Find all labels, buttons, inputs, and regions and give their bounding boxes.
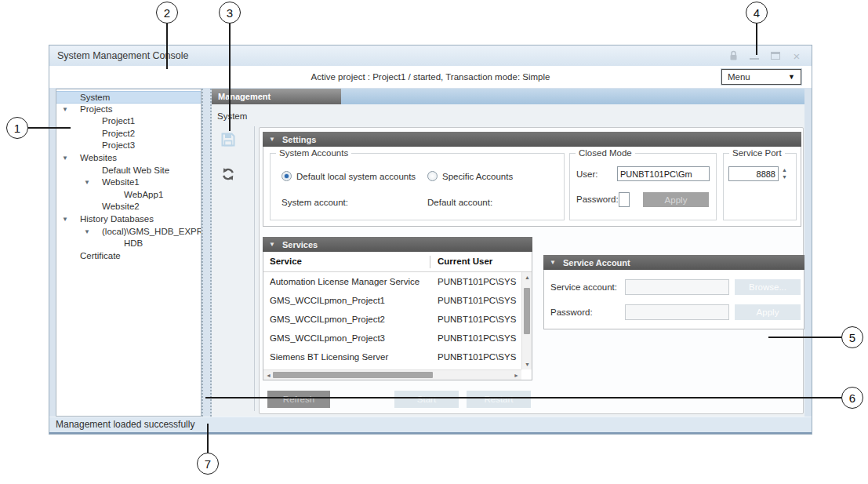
tree-item[interactable]: Default Web Site [56,165,201,177]
tree-item-label: WebApp1 [124,190,163,199]
service-account-title: Service Account [563,258,630,267]
tab-management[interactable]: Management [212,89,341,104]
vertical-scrollbar[interactable]: ▲ ▼ [521,272,532,369]
close-button[interactable]: × [790,49,804,62]
title-bar[interactable]: System Management Console × [49,45,812,66]
tree-item-label: Website2 [102,202,140,211]
tree-item[interactable]: ▼Website1 [56,176,201,189]
tree-expand-icon[interactable]: ▼ [84,176,90,189]
project-status-bar: Active project : Project1 / started, Tra… [49,66,812,88]
service-account-password-input[interactable] [625,304,729,320]
tree-item[interactable]: ▼Websites [56,152,201,165]
service-account-apply-button[interactable]: Apply [735,304,801,320]
services-title: Services [282,240,318,249]
service-name-cell: GMS_WCCILpmon_Project1 [270,291,427,310]
tree-item-label: HDB [124,238,143,248]
closed-mode-password-input[interactable] [619,192,630,207]
callout-3: 3 [219,2,241,24]
tree-expand-icon[interactable]: ▼ [62,152,68,165]
start-button[interactable]: Start [394,391,459,408]
tree-expand-icon[interactable]: ▼ [62,213,68,226]
table-row[interactable]: GMS_WCCILpmon_Project3PUNBT101PC\SYS [263,329,521,348]
tree-item[interactable]: System [56,91,201,104]
window-body: System▼ProjectsProject1Project2Project3▼… [49,88,812,417]
window-title: System Management Console [49,50,188,61]
refresh-button[interactable]: Refresh [267,391,330,408]
tree-item[interactable]: Project2 [56,128,201,140]
restart-button[interactable]: Restart [467,391,531,408]
system-account-label: System account: [281,198,348,207]
maximize-button[interactable] [768,49,783,62]
horizontal-scroll-thumb[interactable] [273,372,433,378]
tree-item[interactable]: Website2 [56,201,201,213]
tree-item[interactable]: WebApp1 [56,189,201,202]
menu-dropdown[interactable]: Menu ▼ [721,69,801,85]
spinner-up-icon[interactable]: ▲ [782,167,787,173]
table-row[interactable]: GMS_WCCILpmon_Project2PUNBT101PC\SYS [263,310,521,329]
service-name-cell: GMS_WCCILpmon_Project2 [270,310,427,329]
tree-item[interactable]: ▼(local)\GMS_HDB_EXPRESS [56,226,201,238]
radio-unchecked-icon[interactable] [427,171,438,181]
service-port-spinner[interactable]: ▲ ▼ [782,167,787,180]
system-accounts-legend: System Accounts [276,148,351,158]
spinner-down-icon[interactable]: ▼ [782,174,787,180]
service-port-input[interactable] [728,166,779,181]
radio-default-accounts[interactable]: Default local system accounts [281,171,416,181]
settings-header[interactable]: ▼ Settings [263,132,801,147]
tree-item[interactable]: ▼Projects [56,104,201,116]
column-current-user[interactable]: Current User [438,257,492,266]
tree-item-label: Projects [80,104,113,114]
services-header[interactable]: ▼ Services [263,237,532,252]
scroll-up-icon[interactable]: ▲ [522,272,532,282]
settings-body: System Accounts Default local system acc… [263,147,801,227]
column-service[interactable]: Service [270,257,302,266]
horizontal-scrollbar[interactable]: ◄ ► [263,369,521,380]
screenshot-canvas: System Management Console × Active proje… [0,0,868,484]
tree-item[interactable]: HDB [56,238,201,250]
minimize-button[interactable] [747,49,761,62]
collapse-icon: ▼ [269,136,275,143]
scroll-down-icon[interactable]: ▼ [522,359,532,369]
tree-item[interactable]: Project1 [56,115,201,128]
browse-button[interactable]: Browse... [735,279,801,295]
services-section: ▼ Services Service Current User Automati… [263,237,532,380]
page-title: System [217,111,247,121]
closed-mode-user-input[interactable] [617,166,710,181]
table-row[interactable]: Automation License Manager ServicePUNBT1… [263,272,521,291]
system-panel: ▼ Settings System Accounts Default local… [259,127,804,414]
radio-checked-icon[interactable] [281,171,292,181]
tree-item-label: Project3 [102,140,135,150]
radio-specific-accounts[interactable]: Specific Accounts [427,171,513,181]
status-message: Management loaded successfully [49,417,812,432]
save-button[interactable] [219,130,238,149]
refresh-services-button[interactable] [219,165,238,184]
tree-splitter[interactable] [202,89,212,417]
service-account-body: Service account: Browse... Password: App… [543,270,804,329]
closed-mode-group: Closed Mode User: Password: Apply [569,153,717,220]
default-account-label: Default account: [427,198,492,207]
tree-item-label: Websites [80,153,117,162]
tree-expand-icon[interactable]: ▼ [84,226,90,238]
scroll-right-icon[interactable]: ► [511,370,521,380]
tree-item[interactable]: ▼History Databases [56,213,201,226]
tree-item[interactable]: Project3 [56,140,201,152]
tree-expand-icon[interactable]: ▼ [62,104,68,116]
tree-item-label: Default Web Site [102,166,169,175]
services-body: Service Current User Automation License … [263,252,532,380]
callout-line-4 [756,24,757,55]
current-user-cell: PUNBT101PC\SYS [438,310,521,329]
table-row[interactable]: Siemens BT Licensing ServerPUNBT101PC\SY… [263,348,521,366]
table-row[interactable]: GMS_WCCILpmon_Project1PUNBT101PC\SYS [263,291,521,310]
service-name-cell: GMS_WCCILpmon_Project3 [270,329,427,348]
current-user-cell: PUNBT101PC\SYS [438,329,521,348]
active-project-text: Active project : Project1 / started, Tra… [49,66,812,88]
close-icon: × [794,50,801,62]
tree-item[interactable]: Certificate [56,250,201,263]
callout-7: 7 [197,453,219,475]
service-port-legend: Service Port [729,148,785,158]
service-account-input[interactable] [625,279,729,295]
vertical-scroll-thumb[interactable] [524,288,530,335]
window-controls: × [726,45,804,66]
closed-mode-apply-button[interactable]: Apply [643,192,709,207]
service-account-header[interactable]: ▼ Service Account [543,255,804,270]
